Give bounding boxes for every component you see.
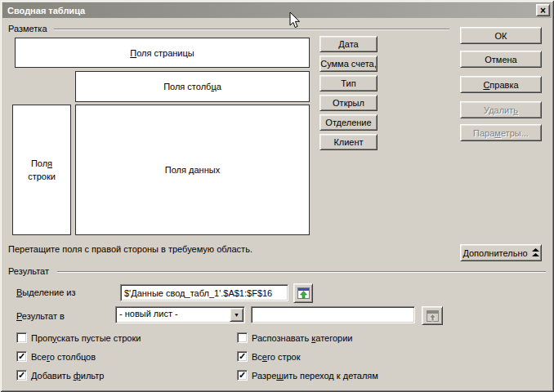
delete-button-label: Удалить <box>484 105 518 115</box>
destination-combobox[interactable]: - новый лист - ▼ <box>115 306 245 323</box>
more-button-label: Дополнительно <box>462 248 527 258</box>
titlebar[interactable]: Сводная таблица <box>2 2 552 18</box>
field-button-label: Отделение <box>325 118 371 127</box>
page-fields-area[interactable]: Поля страницы <box>15 38 310 68</box>
checkbox-box: ✓ <box>237 351 248 362</box>
check-icon: ✓ <box>239 352 246 361</box>
checkbox-box: ✓ <box>237 370 248 381</box>
field-button-label: Дата <box>338 39 358 49</box>
checkbox-label: Разрешить переход к деталям <box>252 371 378 381</box>
chevron-down-icon: ▼ <box>234 312 239 318</box>
check-icon: ✓ <box>18 371 25 380</box>
column-fields-label: Поля столбца <box>163 82 221 91</box>
page-fields-label: Поля страницы <box>130 48 194 58</box>
collapse-up-icon <box>532 248 539 257</box>
checkbox-label: Пропускать пустые строки <box>31 333 141 343</box>
help-button-label: Справка <box>483 80 518 90</box>
checkbox-box: ✓ <box>16 370 27 381</box>
window-title: Сводная таблица <box>7 6 85 16</box>
checkbox-total-rows[interactable]: ✓ Всего строк <box>237 350 301 363</box>
pivot-table-dialog: Сводная таблица × Разметка Поля страницы… <box>0 0 554 392</box>
ok-button-label: ОК <box>495 31 507 41</box>
cancel-button[interactable]: Отмена <box>460 51 542 68</box>
cancel-button-label: Отмена <box>485 55 516 65</box>
field-button-date[interactable]: Дата <box>319 36 378 52</box>
checkbox-total-columns[interactable]: ✓ Всего столбцов <box>16 350 96 363</box>
field-button-label: Тип <box>341 78 355 88</box>
result-to-label: Результат в <box>16 311 65 321</box>
ok-button[interactable]: ОК <box>460 27 542 44</box>
checkbox-label: Распознавать категории <box>252 333 352 343</box>
shrink-icon-disabled <box>427 310 439 322</box>
result-group-label: Результат <box>8 266 49 276</box>
combobox-dropdown-button[interactable]: ▼ <box>230 308 243 322</box>
checkbox-label: Добавить фильтр <box>31 371 104 381</box>
layout-group-separator <box>54 29 449 30</box>
options-button-label: Параметры... <box>473 128 529 138</box>
destination-combobox-value: - новый лист - <box>116 307 229 323</box>
delete-button[interactable]: Удалить <box>460 101 542 118</box>
check-icon: ✓ <box>18 352 25 361</box>
field-button-type[interactable]: Тип <box>319 75 378 91</box>
checkbox-add-filter[interactable]: ✓ Добавить фильтр <box>16 369 104 381</box>
field-button-opened-by[interactable]: Открыл <box>319 95 378 111</box>
help-button[interactable]: Справка <box>460 76 542 93</box>
data-fields-label: Поля данных <box>165 165 220 175</box>
checkbox-skip-empty-rows[interactable]: ✓ Пропускать пустые строки <box>16 332 141 344</box>
checkbox-identify-categories[interactable]: ✓ Распознавать категории <box>237 332 352 344</box>
checkbox-box: ✓ <box>16 351 27 362</box>
destination-input[interactable] <box>251 306 415 323</box>
check-icon: ✓ <box>239 371 246 380</box>
layout-group-label: Разметка <box>8 24 47 33</box>
drag-hint-text: Перетащите поля с правой стороны в требу… <box>8 244 252 254</box>
mouse-cursor <box>289 11 301 29</box>
field-button-label: Клиент <box>333 137 363 147</box>
checkbox-label: Всего строк <box>252 352 301 362</box>
close-icon: × <box>540 6 546 16</box>
shrink-destination-button[interactable] <box>422 306 443 325</box>
field-button-label: Сумма счета, <box>320 59 377 69</box>
field-button-invoice-sum[interactable]: Сумма счета, <box>319 56 378 72</box>
row-fields-label: Поля строки <box>20 157 64 184</box>
checkbox-label: Всего столбцов <box>31 352 96 362</box>
more-button[interactable]: Дополнительно <box>460 244 542 261</box>
close-button[interactable]: × <box>536 4 550 16</box>
checkbox-box: ✓ <box>237 332 248 343</box>
data-fields-area[interactable]: Поля данных <box>75 105 310 235</box>
shrink-selection-button[interactable] <box>293 283 313 303</box>
column-fields-area[interactable]: Поля столбца <box>75 71 310 102</box>
field-button-client[interactable]: Клиент <box>319 134 378 150</box>
field-button-label: Открыл <box>333 98 364 108</box>
shrink-icon <box>297 287 310 299</box>
options-button[interactable]: Параметры... <box>460 124 542 141</box>
row-fields-area[interactable]: Поля строки <box>12 105 71 235</box>
checkbox-enable-drill-to-details[interactable]: ✓ Разрешить переход к деталям <box>237 369 378 381</box>
selection-range-input[interactable] <box>120 284 288 301</box>
checkbox-box: ✓ <box>16 332 27 343</box>
selection-from-label: Выделение из <box>16 287 76 297</box>
field-button-department[interactable]: Отделение <box>319 114 378 131</box>
result-group-separator <box>57 271 546 273</box>
